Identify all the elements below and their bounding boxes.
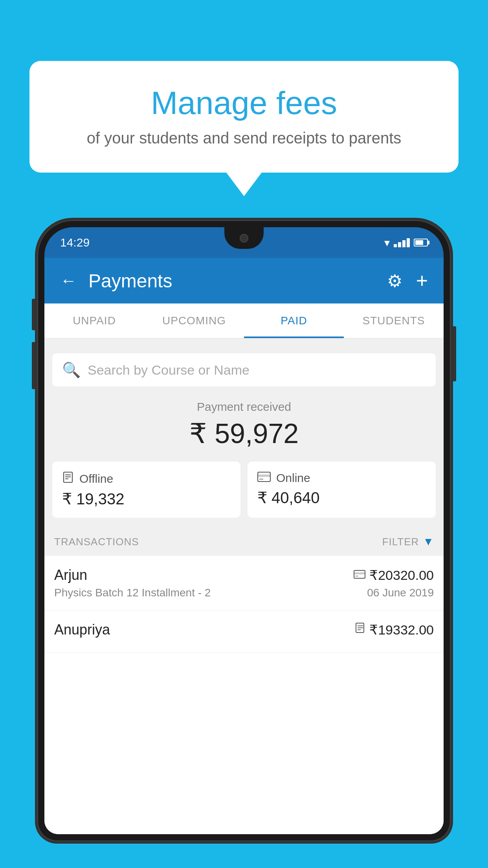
transaction-item[interactable]: Anupriya ₹19332.	[44, 611, 444, 653]
volume-up-button	[32, 299, 36, 330]
online-card-top: Online	[257, 471, 426, 485]
transactions-header: TRANSACTIONS FILTER ▼	[44, 526, 444, 556]
transaction-date: 06 June 2019	[367, 587, 434, 599]
offline-label: Offline	[79, 472, 113, 485]
transaction-amount-wrap: ₹19332.00	[355, 622, 434, 638]
status-bar: 14:29 ▾	[44, 227, 444, 258]
speech-bubble-container: Manage fees of your students and send re…	[29, 61, 459, 196]
speech-bubble-arrow	[226, 173, 262, 196]
payment-received-label: Payment received	[52, 400, 436, 414]
transaction-list: Arjun ₹20320.00	[44, 556, 444, 834]
transaction-detail: Physics Batch 12 Installment - 2	[54, 587, 211, 599]
page-title: Payments	[88, 270, 172, 292]
back-button[interactable]: ←	[60, 271, 77, 290]
phone-screen: ← Payments ⚙ + UNPAID UPCOMING PAID	[44, 258, 444, 834]
transaction-name: Anupriya	[54, 622, 110, 638]
search-input[interactable]: Search by Course or Name	[88, 362, 426, 378]
filter-icon: ▼	[423, 535, 434, 548]
volume-down-button	[32, 342, 36, 389]
phone-container: 14:29 ▾	[37, 220, 451, 868]
tab-bar: UNPAID UPCOMING PAID STUDENTS	[44, 303, 444, 338]
tab-upcoming[interactable]: UPCOMING	[144, 303, 244, 338]
header-left: ← Payments	[60, 270, 172, 292]
svg-rect-6	[259, 478, 263, 480]
signal-bar-1	[394, 244, 397, 247]
transaction-amount-wrap: ₹20320.00	[354, 567, 434, 583]
transaction-type-icon	[355, 623, 365, 637]
signal-bar-4	[407, 238, 410, 247]
transaction-row-top: Anupriya ₹19332.	[54, 622, 434, 638]
signal-bar-2	[398, 242, 401, 247]
status-icons: ▾	[384, 236, 428, 249]
speech-bubble: Manage fees of your students and send re…	[29, 61, 459, 173]
filter-container[interactable]: FILTER ▼	[382, 535, 434, 548]
online-amount: ₹ 40,640	[257, 489, 426, 507]
signal-bars	[394, 238, 410, 247]
svg-rect-5	[258, 474, 270, 477]
svg-rect-9	[355, 576, 358, 577]
offline-icon	[62, 471, 74, 486]
signal-bar-3	[402, 240, 405, 247]
online-label: Online	[276, 471, 310, 485]
transaction-row-bottom: Physics Batch 12 Installment - 2 06 June…	[54, 587, 434, 599]
transaction-amount: ₹20320.00	[369, 567, 434, 583]
offline-amount: ₹ 19,332	[62, 490, 231, 508]
offline-payment-card: Offline ₹ 19,332	[52, 462, 240, 518]
battery-tip	[428, 241, 429, 245]
transaction-type-icon	[354, 569, 365, 581]
phone-frame: 14:29 ▾	[37, 220, 451, 841]
transaction-name: Arjun	[54, 567, 87, 583]
payment-cards: Offline ₹ 19,332	[44, 462, 444, 526]
tab-paid[interactable]: PAID	[244, 303, 344, 338]
payment-summary: Payment received ₹ 59,972	[44, 386, 444, 462]
battery-fill	[415, 240, 423, 245]
wifi-icon: ▾	[384, 236, 390, 249]
status-time: 14:29	[60, 236, 90, 249]
tab-unpaid[interactable]: UNPAID	[44, 303, 144, 338]
speech-bubble-title: Manage fees	[61, 85, 427, 121]
settings-icon[interactable]: ⚙	[387, 271, 402, 291]
phone-notch	[224, 227, 264, 249]
power-button	[452, 326, 456, 381]
speech-bubble-subtitle: of your students and send receipts to pa…	[61, 129, 427, 147]
tab-students[interactable]: STUDENTS	[344, 303, 444, 338]
online-payment-card: Online ₹ 40,640	[248, 462, 436, 518]
add-icon[interactable]: +	[416, 269, 428, 292]
search-bar[interactable]: 🔍 Search by Course or Name	[52, 353, 436, 386]
svg-rect-8	[354, 572, 365, 574]
battery-icon	[414, 239, 428, 246]
search-icon: 🔍	[62, 361, 81, 379]
transactions-label: TRANSACTIONS	[54, 536, 139, 548]
online-icon	[257, 471, 271, 485]
app-header: ← Payments ⚙ +	[44, 258, 444, 303]
header-right: ⚙ +	[387, 269, 428, 292]
front-camera	[240, 234, 248, 243]
filter-label: FILTER	[382, 536, 419, 548]
payment-total-amount: ₹ 59,972	[52, 417, 436, 450]
transaction-item[interactable]: Arjun ₹20320.00	[44, 556, 444, 611]
transaction-row-top: Arjun ₹20320.00	[54, 567, 434, 583]
offline-card-top: Offline	[62, 471, 231, 486]
transaction-amount: ₹19332.00	[369, 622, 434, 638]
